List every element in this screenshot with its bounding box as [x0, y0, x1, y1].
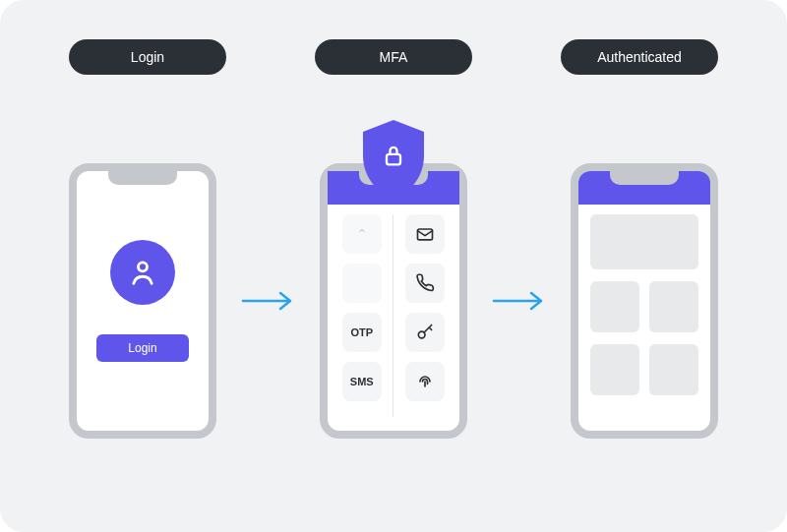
content-block — [649, 281, 698, 332]
arrow-mfa-to-auth — [490, 289, 549, 313]
mfa-tile-call[interactable] — [405, 264, 445, 303]
step-pill-login: Login — [69, 39, 226, 75]
phone-authenticated — [571, 163, 718, 439]
shield-badge — [355, 116, 432, 207]
key-icon — [415, 323, 435, 342]
mfa-tile-email[interactable] — [405, 214, 445, 254]
user-icon — [126, 256, 159, 289]
mfa-tile-otp[interactable]: OTP — [342, 313, 382, 352]
phone-login: Login — [69, 163, 216, 439]
phones-row: Login — [39, 163, 748, 439]
mfa-tile-placeholder: ⌃ — [342, 214, 382, 254]
phone-icon — [415, 273, 435, 293]
content-block — [590, 344, 639, 395]
step-pill-authenticated: Authenticated — [561, 39, 718, 75]
mfa-options-grid: ⌃ OTP SMS — [337, 214, 450, 417]
content-row — [590, 344, 698, 395]
mfa-tile-biometric[interactable] — [405, 362, 445, 401]
fingerprint-icon — [415, 372, 435, 391]
mfa-tile-placeholder — [342, 264, 382, 303]
mfa-right-column — [401, 214, 451, 417]
login-button[interactable]: Login — [96, 334, 189, 362]
diagram-canvas: Login MFA Authenticated Login — [0, 0, 787, 532]
mail-icon — [415, 224, 435, 244]
content-block — [649, 344, 698, 395]
step-pills-row: Login MFA Authenticated — [39, 39, 748, 75]
authenticated-content — [590, 214, 698, 417]
content-block — [590, 214, 698, 269]
content-row — [590, 281, 698, 332]
phone-notch — [610, 171, 679, 185]
user-avatar — [110, 240, 175, 305]
svg-rect-2 — [387, 154, 400, 165]
phone-notch — [108, 171, 177, 185]
mfa-tile-key[interactable] — [405, 313, 445, 352]
content-block — [590, 281, 639, 332]
mfa-left-column: ⌃ OTP SMS — [337, 214, 394, 417]
svg-point-0 — [138, 263, 147, 271]
mfa-tile-sms[interactable]: SMS — [342, 362, 382, 401]
step-pill-mfa: MFA — [315, 39, 472, 75]
arrow-right-icon — [492, 289, 547, 313]
phone-mfa: ⌃ OTP SMS — [320, 163, 467, 439]
arrow-right-icon — [241, 289, 296, 313]
arrow-login-to-mfa — [239, 289, 298, 313]
lock-icon — [380, 142, 407, 169]
svg-rect-3 — [418, 229, 433, 240]
login-screen: Login — [77, 171, 209, 431]
